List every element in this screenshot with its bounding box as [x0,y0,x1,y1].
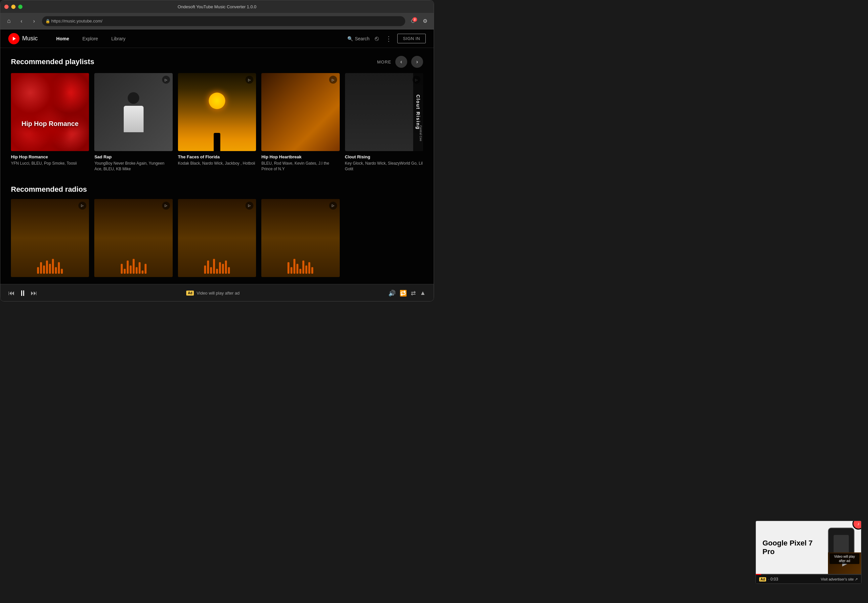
section-title-radios: Recommended radios [11,185,87,194]
card-title-heartbreak: Hip Hop Heartbreak [261,155,339,159]
badge-count: 2 [412,17,417,22]
card-florida[interactable]: ▷ The Faces of Florida Kodak Black, Nard… [178,73,256,172]
card-title-florida: The Faces of Florida [178,155,256,159]
browser-toolbar: ⌂ ‹ › 🔒 ⏱ 2 ⚙ [0,13,434,29]
radio-card-3[interactable]: ▷ [178,199,256,280]
window-title: Ondesoft YouTube Music Converter 1.0.0 [178,4,256,9]
radio-thumb-3: ▷ [178,199,256,277]
card-title-sad-rap: Sad Rap [94,155,172,159]
sun-graphic [209,93,225,109]
cast-button[interactable]: ⎋ [374,33,380,44]
radio-card-2[interactable]: ▷ [94,199,172,280]
back-button[interactable]: ‹ [17,17,26,26]
card-heartbreak[interactable]: ▷ Hip Hop Heartbreak BLEU, Rod Wave, Kev… [261,73,339,172]
card-clout[interactable]: ▷ Clout Rising Central Cee Clout Rising … [345,73,423,172]
player-center: Ad Video will play after ad [43,291,383,295]
player-bar: ⏮ ⏸ ⏭ Ad Video will play after ad 🔊 🔁 ⇄ … [0,284,434,302]
radios-row: ▷ [11,199,423,280]
player-controls: ⏮ ⏸ ⏭ [8,289,37,298]
card-subtitle-hiphop-romance: YFN Lucci, BLEU, Pop Smoke, Toosii [11,161,89,166]
player-ad-text: Video will play after ad [197,291,240,295]
section-controls: MORE ‹ › [377,56,423,68]
section-header-radios: Recommended radios [11,185,423,194]
clout-vertical-text: Clout Rising [415,94,421,130]
next-arrow[interactable]: › [411,56,423,68]
thumb-hiphop-romance: Hip Hop Romance [11,73,89,151]
playlists-row: Hip Hop Romance Hip Hop Romance YFN Lucc… [11,73,423,172]
volume-button[interactable]: 🔊 [388,289,395,297]
title-bar: Ondesoft YouTube Music Converter 1.0.0 [0,0,434,13]
home-button[interactable]: ⌂ [4,17,14,26]
radio-card-1[interactable]: ▷ [11,199,89,280]
play-overlay-radio3: ▷ [245,202,253,210]
section-header-playlists: Recommended playlists MORE ‹ › [11,56,423,68]
address-bar-wrapper: 🔒 [42,16,405,26]
prev-button[interactable]: ⏮ [8,289,15,297]
radios-section: Recommended radios ▷ [11,185,423,280]
prev-arrow[interactable]: ‹ [395,56,407,68]
player-ad-badge: Ad [186,291,194,295]
header-right: 🔍 Search ⎋ ⋮ SIGN IN [347,33,426,44]
search-label: Search [355,36,369,41]
thumb-sad-rap: ▷ [94,73,172,151]
play-overlay-radio1: ▷ [78,202,86,210]
nav-explore[interactable]: Explore [77,34,103,43]
shuffle-button[interactable]: ⇄ [411,289,416,297]
address-input[interactable] [42,16,405,26]
pause-button[interactable]: ⏸ [19,289,27,298]
play-overlay-florida: ▷ [245,76,253,83]
central-cee-label: Central Cee [419,125,422,141]
repeat-button[interactable]: 🔁 [400,289,407,297]
card-subtitle-florida: Kodak Black, Nardo Wick, Jackboy , Hotbo… [178,161,256,166]
playlists-section: Recommended playlists MORE ‹ › Hip Hop R… [11,56,423,172]
card-hiphop-romance[interactable]: Hip Hop Romance Hip Hop Romance YFN Lucc… [11,73,89,172]
play-overlay-radio4: ▷ [329,202,337,210]
radio-thumb-1: ▷ [11,199,89,277]
yt-logo-text: Music [22,35,38,42]
thumb-clout: ▷ Clout Rising Central Cee [345,73,423,151]
browser-right-icons: ⏱ 2 ⚙ [409,17,430,26]
forward-button[interactable]: › [29,17,39,26]
history-icon[interactable]: ⏱ 2 [409,17,418,26]
radio-thumb-4: ▷ [261,199,339,277]
yt-logo[interactable]: Music [8,33,38,44]
hiphop-romance-thumb-text: Hip Hop Romance [15,120,85,128]
card-subtitle-sad-rap: YoungBoy Never Broke Again, Yungeen Ace,… [94,161,172,172]
sign-in-button[interactable]: SIGN IN [397,34,426,43]
radio-thumb-2: ▷ [94,199,172,277]
thumb-florida: ▷ [178,73,256,151]
nav-library[interactable]: Library [106,34,131,43]
yt-header: Music Home Explore Library 🔍 Search ⎋ ⋮ … [0,29,434,48]
main-content: Recommended playlists MORE ‹ › Hip Hop R… [0,48,434,284]
window-controls [4,5,23,9]
player-right: 🔊 🔁 ⇄ ▲ [388,289,426,297]
thumb-heartbreak: ▷ [261,73,339,151]
main-nav: Home Explore Library [51,34,347,43]
person-silhouette [214,133,220,151]
card-subtitle-clout: Key Glock, Nardo Wick, SleazyWorld Go, L… [345,161,423,172]
lock-icon: 🔒 [45,19,50,23]
next-button[interactable]: ⏭ [31,289,37,297]
play-overlay-sad-rap: ▷ [162,76,170,83]
close-button[interactable] [4,5,9,9]
yt-logo-icon [8,33,20,44]
card-title-hiphop-romance: Hip Hop Romance [11,155,89,159]
search-button[interactable]: 🔍 Search [347,36,369,41]
maximize-button[interactable] [18,5,23,9]
play-overlay-heartbreak: ▷ [329,76,337,83]
more-options-button[interactable]: ⋮ [384,33,393,44]
expand-button[interactable]: ▲ [420,289,426,297]
card-title-clout: Clout Rising [345,155,423,159]
section-title-playlists: Recommended playlists [11,57,94,66]
card-sad-rap[interactable]: ▷ Sad Rap YoungBoy Never Broke Again, Yu… [94,73,172,172]
settings-icon[interactable]: ⚙ [420,17,430,26]
more-button[interactable]: MORE [377,60,391,65]
card-subtitle-heartbreak: BLEU, Rod Wave, Kevin Gates, J.I the Pri… [261,161,339,172]
radio-card-4[interactable]: ▷ [261,199,339,280]
minimize-button[interactable] [11,5,16,9]
play-overlay-radio2: ▷ [162,202,170,210]
search-icon: 🔍 [347,36,353,41]
nav-home[interactable]: Home [51,34,74,43]
